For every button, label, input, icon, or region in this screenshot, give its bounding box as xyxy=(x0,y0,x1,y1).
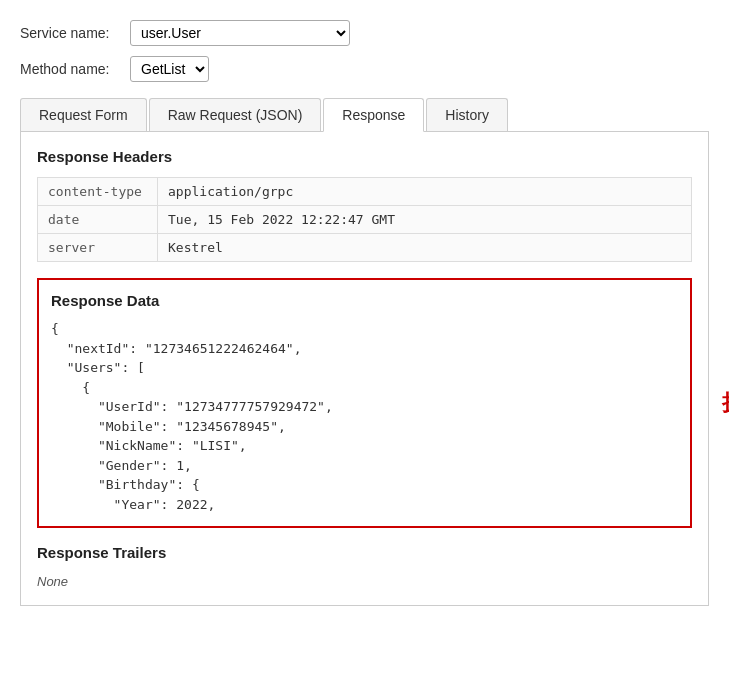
header-key-server: server xyxy=(38,234,158,262)
trailers-none: None xyxy=(37,574,68,589)
method-name-select[interactable]: GetList xyxy=(130,56,209,82)
header-row-date: date Tue, 15 Feb 2022 12:22:47 GMT xyxy=(38,206,692,234)
tab-raw-request[interactable]: Raw Request (JSON) xyxy=(149,98,322,131)
response-trailers-section: Response Trailers None xyxy=(37,544,692,589)
response-data-title: Response Data xyxy=(51,292,678,309)
method-name-row: Method name: GetList xyxy=(20,56,709,82)
tab-history[interactable]: History xyxy=(426,98,508,131)
tab-response[interactable]: Response xyxy=(323,98,424,132)
tab-request-form[interactable]: Request Form xyxy=(20,98,147,131)
tab-bar: Request Form Raw Request (JSON) Response… xyxy=(20,98,709,132)
response-trailers-title: Response Trailers xyxy=(37,544,692,561)
tab-content-response: Response Headers content-type applicatio… xyxy=(20,132,709,606)
response-data-section: Response Data { "nextId": "1273465122246… xyxy=(37,278,692,528)
header-row-content-type: content-type application/grpc xyxy=(38,178,692,206)
header-value-date: Tue, 15 Feb 2022 12:22:47 GMT xyxy=(158,206,692,234)
header-value-server: Kestrel xyxy=(158,234,692,262)
header-row-server: server Kestrel xyxy=(38,234,692,262)
response-headers-title: Response Headers xyxy=(37,148,692,165)
service-name-row: Service name: user.User xyxy=(20,20,709,46)
header-value-content-type: application/grpc xyxy=(158,178,692,206)
service-name-label: Service name: xyxy=(20,25,130,41)
method-name-label: Method name: xyxy=(20,61,130,77)
response-headers-table: content-type application/grpc date Tue, … xyxy=(37,177,692,262)
response-data-json: { "nextId": "12734651222462464", "Users"… xyxy=(51,319,678,514)
header-key-date: date xyxy=(38,206,158,234)
service-name-select[interactable]: user.User xyxy=(130,20,350,46)
header-key-content-type: content-type xyxy=(38,178,158,206)
annotation-label: 执行结果 xyxy=(722,388,729,418)
